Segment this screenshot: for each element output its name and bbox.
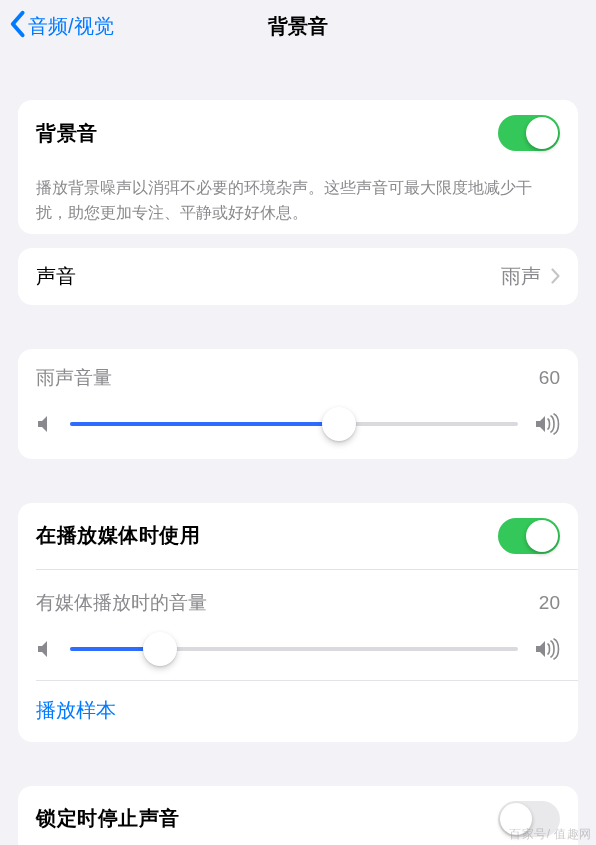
background-sound-footer: 播放背景噪声以消弭不必要的环境杂声。这些声音可最大限度地减少干扰，助您更加专注、… <box>18 166 578 234</box>
use-with-media-switch[interactable] <box>498 518 560 554</box>
row-sound-picker[interactable]: 声音 雨声 <box>18 248 578 305</box>
sound-value: 雨声 <box>501 263 541 290</box>
group-lock-stop: 锁定时停止声音 启用时，背景音在 iPad 锁定时将会停止。 <box>18 786 578 845</box>
background-sound-label: 背景音 <box>36 120 98 147</box>
media-volume-value: 20 <box>539 592 560 614</box>
lock-stop-label: 锁定时停止声音 <box>36 805 180 832</box>
group-background-sound: 背景音 播放背景噪声以消弭不必要的环境杂声。这些声音可最大限度地减少干扰，助您更… <box>18 100 578 234</box>
nav-bar: 音频/视觉 背景音 <box>0 0 596 52</box>
group-media: 在播放媒体时使用 有媒体播放时的音量 20 播放样本 <box>18 503 578 742</box>
row-use-with-media[interactable]: 在播放媒体时使用 <box>18 503 578 569</box>
rain-volume-value: 60 <box>539 367 560 389</box>
media-volume-header: 有媒体播放时的音量 20 <box>36 590 560 616</box>
media-volume-label: 有媒体播放时的音量 <box>36 590 207 616</box>
play-sample-button[interactable]: 播放样本 <box>18 681 578 742</box>
rain-volume-header: 雨声音量 60 <box>36 365 560 391</box>
back-button[interactable]: 音频/视觉 <box>0 10 114 43</box>
group-sound-picker: 声音 雨声 <box>18 248 578 305</box>
row-background-sound-toggle[interactable]: 背景音 <box>18 100 578 166</box>
watermark: 百家号/ 值趣网 <box>509 826 592 843</box>
volume-high-icon <box>534 413 560 435</box>
volume-low-icon <box>36 414 54 434</box>
background-sound-switch[interactable] <box>498 115 560 151</box>
rain-volume-slider[interactable] <box>70 422 518 426</box>
group-rain-volume: 雨声音量 60 <box>18 349 578 459</box>
volume-low-icon <box>36 639 54 659</box>
chevron-left-icon <box>8 10 26 43</box>
back-label: 音频/视觉 <box>28 13 114 40</box>
volume-high-icon <box>534 638 560 660</box>
use-with-media-label: 在播放媒体时使用 <box>36 522 200 549</box>
chevron-right-icon <box>551 268 560 284</box>
row-lock-stop[interactable]: 锁定时停止声音 <box>18 786 578 845</box>
media-volume-slider[interactable] <box>70 647 518 651</box>
sound-label: 声音 <box>36 263 76 290</box>
rain-volume-label: 雨声音量 <box>36 365 112 391</box>
